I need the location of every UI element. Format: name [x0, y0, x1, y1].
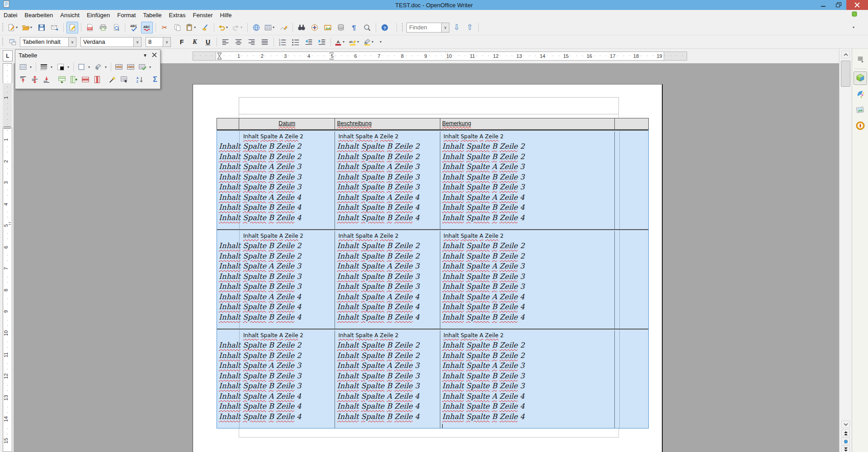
- update-notification-icon[interactable]: [852, 11, 857, 18]
- dropdown-arrow-icon[interactable]: ▾: [194, 25, 198, 29]
- delete-row-button[interactable]: [80, 74, 91, 85]
- find-replace-button[interactable]: [296, 22, 307, 33]
- close-button[interactable]: [846, 0, 868, 10]
- numbered-list-button[interactable]: 123: [277, 36, 288, 48]
- vertical-scrollbar[interactable]: [839, 49, 852, 452]
- dropdown-arrow-icon[interactable]: ▾: [30, 65, 33, 69]
- indent-marker[interactable]: [217, 52, 222, 61]
- sidebar-tab-navigator[interactable]: [854, 119, 867, 132]
- dropdown-arrow-icon[interactable]: ▾: [273, 25, 276, 29]
- justify-button[interactable]: [259, 36, 271, 48]
- table-cell[interactable]: Inhalt Spalte A Zeile 2Inhalt Spalte B Z…: [335, 231, 440, 329]
- line-style-button[interactable]: [38, 61, 49, 72]
- combobox-arrow-icon[interactable]: ∨: [163, 38, 170, 47]
- dropdown-arrow-icon[interactable]: ▾: [226, 25, 230, 29]
- table-cell[interactable]: Inhalt Spalte A Zeile 2Inhalt Spalte B Z…: [217, 132, 335, 229]
- sidebar-tab-styles[interactable]: [854, 87, 867, 101]
- spellcheck-button[interactable]: ABC: [128, 22, 140, 33]
- borders-button[interactable]: [76, 61, 87, 72]
- draw-functions-button[interactable]: [278, 22, 290, 33]
- align-bottom-button[interactable]: [41, 74, 52, 85]
- optimize-button[interactable]: [137, 61, 148, 72]
- find-input[interactable]: [407, 24, 441, 31]
- scrollbar-thumb[interactable]: [841, 61, 850, 87]
- font-color-button[interactable]: A▾: [334, 36, 347, 48]
- menu-item-hilfe[interactable]: Hilfe: [217, 11, 236, 19]
- panel-title-bar[interactable]: Tabelle ▼: [15, 50, 160, 61]
- data-sources-button[interactable]: [335, 22, 347, 33]
- menu-item-einfügen[interactable]: Einfügen: [83, 11, 113, 19]
- bullet-list-button[interactable]: [290, 36, 302, 48]
- table-header-cell-datum[interactable]: Datum: [239, 118, 335, 129]
- dropdown-arrow-icon[interactable]: ▾: [30, 25, 34, 29]
- paragraph-style-combobox[interactable]: Tabellen Inhalt∨: [20, 37, 76, 47]
- align-center-button[interactable]: [233, 36, 245, 48]
- gallery-button[interactable]: [322, 22, 334, 33]
- formatting-marks-button[interactable]: ¶: [348, 22, 360, 33]
- left-margin-area[interactable]: [193, 52, 216, 61]
- help-button[interactable]: ?: [379, 22, 391, 33]
- scroll-down-button[interactable]: [841, 420, 850, 428]
- table-body[interactable]: Inhalt Spalte A Zeile 2Inhalt Spalte B Z…: [217, 130, 649, 428]
- insert-column-button[interactable]: [68, 74, 79, 85]
- menu-item-tabelle[interactable]: Tabelle: [139, 11, 165, 19]
- table-cell[interactable]: Inhalt Spalte A Zeile 2Inhalt Spalte B Z…: [440, 132, 615, 229]
- background-color-button[interactable]: ▾: [363, 36, 376, 48]
- dropdown-arrow-icon[interactable]: ▾: [67, 65, 71, 69]
- dropdown-arrow-icon[interactable]: ▾: [149, 65, 153, 69]
- underline-button[interactable]: U: [202, 36, 214, 48]
- combobox-arrow-icon[interactable]: ∨: [441, 23, 449, 32]
- edit-file-button[interactable]: [66, 22, 78, 33]
- table-cell[interactable]: [615, 231, 648, 329]
- table-toolbar-panel[interactable]: Tabelle ▼ ▾ ▾ ▾ ▾ ▾ ▾ AZ Σ: [15, 49, 160, 89]
- table-header-cell[interactable]: [217, 118, 239, 129]
- align-top-button[interactable]: [18, 74, 28, 85]
- table-cell[interactable]: Inhalt Spalte A Zeile 2Inhalt Spalte B Z…: [335, 330, 440, 428]
- table-cell[interactable]: Inhalt Spalte A Zeile 2Inhalt Spalte B Z…: [217, 330, 335, 428]
- insert-row-button[interactable]: [57, 74, 67, 85]
- dropdown-arrow-icon[interactable]: ▾: [51, 65, 54, 69]
- document-table[interactable]: DatumBeschreibungBemerkung Inhalt Spalte…: [217, 118, 649, 428]
- redo-button[interactable]: ▾: [231, 22, 245, 33]
- dropdown-arrow-icon[interactable]: ▾: [16, 25, 19, 29]
- merge-cells-button[interactable]: [113, 61, 124, 72]
- copy-button[interactable]: [172, 22, 184, 33]
- menu-item-ansicht[interactable]: Ansicht: [57, 11, 83, 19]
- scroll-up-button[interactable]: [841, 51, 850, 58]
- split-cells-button[interactable]: [125, 61, 136, 72]
- table-header-cell-bemerkung[interactable]: Bemerkung: [440, 118, 615, 129]
- document-workspace[interactable]: DatumBeschreibungBemerkung Inhalt Spalte…: [14, 63, 839, 452]
- right-margin-area[interactable]: [664, 52, 687, 61]
- table-background-color-button[interactable]: [93, 61, 104, 72]
- table-cell[interactable]: Inhalt Spalte A Zeile 2Inhalt Spalte B Z…: [217, 231, 335, 329]
- new-document-button[interactable]: ▾: [7, 22, 20, 33]
- menu-item-extras[interactable]: Extras: [165, 11, 189, 19]
- table-cell[interactable]: Inhalt Spalte A Zeile 2Inhalt Spalte B Z…: [440, 231, 615, 329]
- bold-button[interactable]: F: [176, 36, 188, 48]
- sort-button[interactable]: AZ: [134, 74, 145, 85]
- align-left-button[interactable]: [220, 36, 231, 48]
- clone-formatting-button[interactable]: [199, 22, 211, 33]
- table-properties-button[interactable]: [119, 74, 130, 85]
- center-vertically-button[interactable]: [29, 74, 40, 85]
- cut-button[interactable]: ✂: [159, 22, 170, 33]
- open-button[interactable]: ▾: [21, 22, 34, 33]
- insert-table-button[interactable]: [18, 61, 28, 72]
- paste-button[interactable]: ▾: [185, 22, 198, 33]
- table-header-cell[interactable]: [615, 118, 648, 129]
- document-page[interactable]: DatumBeschreibungBemerkung Inhalt Spalte…: [193, 84, 663, 452]
- dropdown-arrow-icon[interactable]: ▾: [357, 40, 361, 44]
- previous-page-button[interactable]: [841, 429, 850, 437]
- zoom-button[interactable]: [361, 22, 373, 33]
- find-toolbar-grip[interactable]: [401, 23, 404, 32]
- font-name-combobox[interactable]: Verdana∨: [80, 37, 142, 47]
- align-right-button[interactable]: [246, 36, 258, 48]
- panel-close-icon[interactable]: [152, 52, 157, 59]
- sidebar-tab-properties[interactable]: [854, 71, 867, 85]
- vertical-ruler[interactable]: 1123456789101112131415: [0, 63, 14, 452]
- find-combobox[interactable]: ∨: [406, 23, 449, 33]
- frame-line-color-button[interactable]: [55, 61, 66, 72]
- minimize-button[interactable]: [816, 0, 831, 10]
- combobox-arrow-icon[interactable]: ∨: [133, 38, 141, 47]
- dropdown-arrow-icon[interactable]: ▾: [241, 25, 244, 29]
